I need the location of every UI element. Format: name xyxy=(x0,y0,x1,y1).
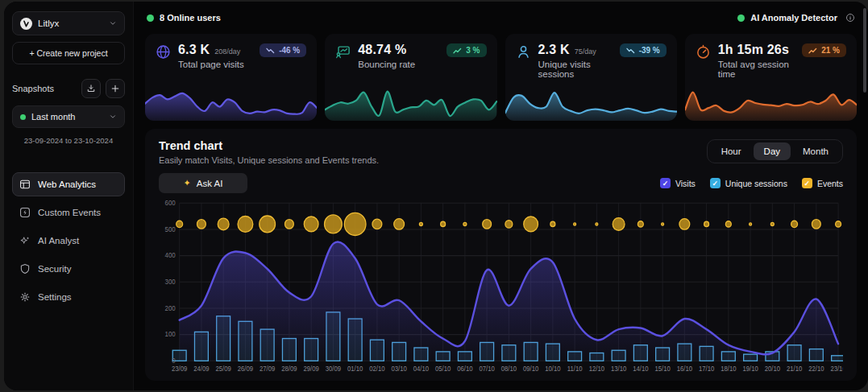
presentation-chart-icon xyxy=(335,44,351,60)
trend-chart-title: Trend chart xyxy=(159,139,379,152)
online-dot xyxy=(147,14,154,22)
sparkline-chart xyxy=(685,84,857,121)
svg-text:500: 500 xyxy=(165,225,177,233)
stat-label: Unique visits sessions xyxy=(538,60,613,79)
sidebar-item-settings[interactable]: Settings xyxy=(12,285,125,309)
tab-month[interactable]: Month xyxy=(792,142,839,160)
anomaly-dot xyxy=(737,14,745,22)
sidebar-nav: Web Analytics Custom Events AI Analyst S… xyxy=(12,172,125,309)
checkbox-visits[interactable]: ✓ xyxy=(660,178,671,188)
trend-badge: -39 % xyxy=(620,43,667,57)
globe-icon xyxy=(156,44,171,60)
card-bouncing-rate: 48.74 % Bouncing rate 3 % xyxy=(325,34,496,121)
svg-text:21/10: 21/10 xyxy=(787,365,803,373)
snapshot-date-range: 23-09-2024 to 23-10-2024 xyxy=(12,136,125,145)
svg-text:0: 0 xyxy=(172,357,176,365)
legend-events[interactable]: ✓ Events xyxy=(802,178,843,188)
svg-text:28/09: 28/09 xyxy=(281,365,297,373)
legend-visits[interactable]: ✓ Visits xyxy=(660,178,696,188)
svg-text:13/10: 13/10 xyxy=(611,365,627,373)
trend-badge: 3 % xyxy=(446,43,486,57)
sidebar-item-security[interactable]: Security xyxy=(12,257,125,281)
sidebar-item-label: Settings xyxy=(38,292,72,302)
svg-text:18/10: 18/10 xyxy=(721,365,737,373)
online-users-label: 8 Online users xyxy=(160,13,221,23)
sparkle-icon: ✦ xyxy=(184,178,191,188)
svg-text:22/10: 22/10 xyxy=(808,365,824,373)
web-analytics-icon xyxy=(19,179,31,190)
svg-text:25/09: 25/09 xyxy=(216,365,232,373)
svg-text:06/10: 06/10 xyxy=(457,365,473,373)
checkbox-events[interactable]: ✓ xyxy=(802,178,812,188)
svg-text:200: 200 xyxy=(165,304,177,312)
info-icon[interactable] xyxy=(845,13,855,23)
shield-icon xyxy=(19,263,31,274)
svg-text:26/09: 26/09 xyxy=(238,365,254,373)
snapshots-label: Snapshots xyxy=(12,84,77,93)
add-snapshot-button[interactable] xyxy=(106,79,125,98)
snapshot-range-select[interactable]: Last month xyxy=(12,105,125,128)
svg-text:400: 400 xyxy=(165,252,177,259)
download-snapshot-button[interactable] xyxy=(81,79,101,98)
project-selector[interactable]: Litlyx xyxy=(12,11,125,35)
litlyx-logo-icon xyxy=(20,18,32,30)
sparkline-chart xyxy=(505,84,677,121)
sidebar-item-web-analytics[interactable]: Web Analytics xyxy=(12,172,125,196)
anomaly-label: AI Anomaly Detector xyxy=(750,13,837,23)
checkbox-unique-sessions[interactable]: ✓ xyxy=(710,178,721,188)
svg-text:27/09: 27/09 xyxy=(260,365,276,373)
snapshot-selected: Last month xyxy=(31,112,103,122)
custom-events-icon xyxy=(19,207,31,218)
trend-chart-plot[interactable]: 010020030040050060023/0924/0925/0926/092… xyxy=(159,198,843,374)
stat-value: 1h 15m 26s xyxy=(718,43,789,57)
stat-label: Total avg session time xyxy=(718,60,795,79)
svg-text:23/10: 23/10 xyxy=(830,365,843,373)
sidebar-item-label: Custom Events xyxy=(38,208,101,217)
trend-chart-subtitle: Easily match Visits, Unique sessions and… xyxy=(159,155,379,165)
svg-text:16/10: 16/10 xyxy=(677,365,693,373)
ask-ai-button[interactable]: ✦ Ask AI xyxy=(159,173,247,193)
svg-text:29/09: 29/09 xyxy=(304,365,320,373)
scrollbar-thumb[interactable] xyxy=(863,8,866,93)
trend-badge: -46 % xyxy=(260,43,306,57)
topbar: 8 Online users AI Anomaly Detector xyxy=(145,2,857,34)
ai-analyst-icon xyxy=(19,235,31,246)
svg-text:600: 600 xyxy=(165,200,177,207)
stat-per-day: 75/day xyxy=(575,47,596,56)
svg-text:07/10: 07/10 xyxy=(480,365,496,373)
svg-text:12/10: 12/10 xyxy=(589,365,605,373)
stat-label: Total page visits xyxy=(178,60,252,69)
svg-text:24/09: 24/09 xyxy=(193,365,210,373)
sidebar-item-label: Security xyxy=(38,264,72,274)
svg-text:09/10: 09/10 xyxy=(523,365,539,373)
card-total-page-visits: 6.3 K 208/day Total page visits -46 % xyxy=(145,34,317,121)
sidebar-item-ai-analyst[interactable]: AI Analyst xyxy=(12,229,125,253)
trend-badge: 21 % xyxy=(802,43,846,57)
main-content: 8 Online users AI Anomaly Detector xyxy=(134,2,868,390)
chevron-down-icon xyxy=(109,113,117,121)
sidebar-item-custom-events[interactable]: Custom Events xyxy=(12,200,125,225)
svg-text:20/10: 20/10 xyxy=(765,365,781,373)
chart-legend: ✓ Visits ✓ Unique sessions ✓ Events xyxy=(660,178,843,188)
stat-cards-row: 6.3 K 208/day Total page visits -46 % xyxy=(145,34,857,121)
legend-unique-sessions[interactable]: ✓ Unique sessions xyxy=(710,178,787,188)
sparkline-chart xyxy=(145,84,317,121)
svg-text:05/10: 05/10 xyxy=(435,365,451,373)
svg-text:14/10: 14/10 xyxy=(633,365,649,373)
granularity-switcher: Hour Day Month xyxy=(707,139,843,163)
svg-text:01/10: 01/10 xyxy=(347,365,363,373)
svg-text:08/10: 08/10 xyxy=(501,365,517,373)
chevron-down-icon xyxy=(109,19,117,27)
svg-text:02/10: 02/10 xyxy=(369,365,385,373)
tab-day[interactable]: Day xyxy=(754,142,791,160)
sidebar-item-label: AI Analyst xyxy=(38,236,79,246)
svg-text:19/10: 19/10 xyxy=(742,365,758,373)
svg-text:15/10: 15/10 xyxy=(654,365,671,373)
stat-value: 48.74 % xyxy=(358,43,406,57)
card-unique-visits-sessions: 2.3 K 75/day Unique visits sessions -39 … xyxy=(505,34,677,121)
svg-text:11/10: 11/10 xyxy=(567,365,583,373)
svg-text:17/10: 17/10 xyxy=(699,365,715,373)
tab-hour[interactable]: Hour xyxy=(711,142,752,160)
card-total-avg-session-time: 1h 15m 26s Total avg session time 21 % xyxy=(685,34,857,121)
create-project-button[interactable]: + Create new project xyxy=(12,42,125,64)
